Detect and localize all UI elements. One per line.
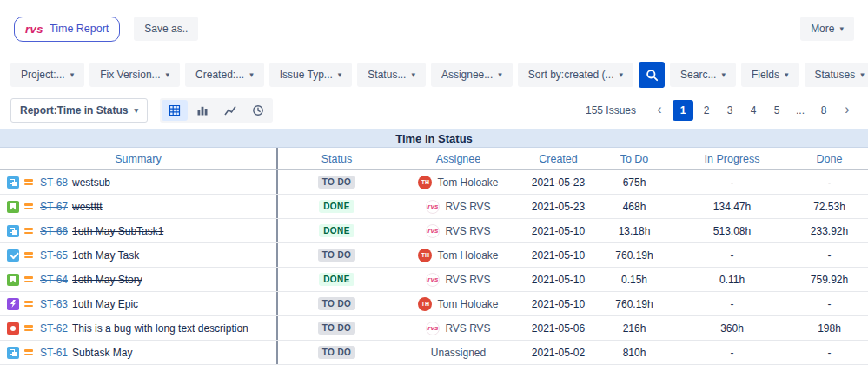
- assignee-name: RVS RVS: [445, 322, 490, 335]
- assignee-name: RVS RVS: [445, 225, 490, 237]
- created-value: 2021-05-10: [521, 249, 595, 262]
- more-button[interactable]: More ▾: [800, 17, 854, 41]
- column-header-todo[interactable]: To Do: [595, 153, 673, 165]
- summary-cell: ST-65 1oth May Task: [0, 243, 278, 267]
- report-type-dropdown[interactable]: Report:Time in Status ▾: [10, 98, 148, 123]
- issue-summary: 1oth May Epic: [72, 298, 138, 310]
- done-hours: -: [791, 176, 868, 189]
- issue-key-link[interactable]: ST-67: [40, 201, 68, 213]
- issue-key-link[interactable]: ST-63: [40, 298, 68, 310]
- todo-hours: 13.18h: [595, 225, 673, 237]
- pagination-prev-icon[interactable]: ‹: [649, 100, 670, 121]
- chevron-down-icon: ▾: [721, 71, 726, 79]
- table-row: ST-62 This is a bug with long text descr…: [0, 316, 868, 341]
- issue-key-link[interactable]: ST-61: [40, 347, 68, 359]
- pagination-page[interactable]: 1: [673, 100, 693, 121]
- todo-hours: 675h: [595, 176, 673, 189]
- table-row: ST-65 1oth May Task TO DO TH Tom Holoake…: [0, 243, 868, 268]
- filter-fix-version[interactable]: Fix Version...▾: [89, 63, 180, 87]
- assignee-avatar: rvs: [426, 200, 440, 214]
- column-header-assignee[interactable]: Assignee: [395, 153, 521, 165]
- issue-key-link[interactable]: ST-68: [40, 176, 68, 189]
- created-value: 2021-05-10: [521, 298, 595, 310]
- status-cell: TO DO: [278, 297, 395, 310]
- issue-key-link[interactable]: ST-62: [40, 322, 68, 335]
- issue-key-link[interactable]: ST-65: [40, 249, 68, 262]
- filter-status[interactable]: Status...▾: [357, 63, 426, 87]
- issue-summary: Subtask May: [72, 347, 132, 359]
- pagination-page[interactable]: 8: [813, 100, 834, 121]
- chevron-down-icon: ▾: [70, 71, 75, 79]
- time-report-button[interactable]: rvs Time Report: [14, 17, 120, 42]
- filter-created[interactable]: Created:...▾: [185, 63, 264, 87]
- filter-issue-type[interactable]: Issue Typ...▾: [269, 63, 353, 87]
- assignee-cell: TH Tom Holoake: [395, 297, 521, 311]
- issues-count: 155 Issues: [586, 104, 636, 116]
- in-progress-hours: -: [673, 347, 791, 359]
- clock-icon: [252, 104, 264, 116]
- pagination-page[interactable]: 3: [719, 100, 740, 121]
- created-value: 2021-05-23: [521, 176, 595, 189]
- line-chart-view-button[interactable]: [217, 100, 243, 121]
- assignee-name: Tom Holoake: [437, 298, 498, 310]
- summary-cell: ST-67 westttt: [0, 195, 278, 218]
- column-header-in-progress[interactable]: In Progress: [673, 153, 791, 165]
- bar-chart-view-button[interactable]: [189, 100, 215, 121]
- column-header-summary[interactable]: Summary: [0, 148, 278, 169]
- save-as-button[interactable]: Save as..: [134, 17, 198, 41]
- table-view-button[interactable]: [162, 100, 188, 121]
- assignee-name: RVS RVS: [445, 201, 490, 213]
- assignee-cell: TH Tom Holoake: [395, 249, 521, 262]
- issue-summary: westsub: [72, 176, 110, 189]
- priority-medium-icon: [23, 275, 34, 285]
- status-badge: TO DO: [318, 297, 355, 310]
- priority-medium-icon: [23, 177, 34, 188]
- done-hours: 198h: [791, 322, 868, 335]
- status-cell: TO DO: [278, 176, 395, 189]
- todo-hours: 0.15h: [595, 274, 673, 286]
- column-header-created[interactable]: Created: [521, 153, 595, 165]
- pagination-page[interactable]: 4: [743, 100, 764, 121]
- filter-project[interactable]: Project:...▾: [10, 63, 84, 87]
- assignee-cell: TH Tom Holoake: [395, 176, 521, 189]
- assignee-avatar: TH: [418, 176, 432, 189]
- search-button[interactable]: [639, 62, 665, 88]
- issue-type-icon: [7, 322, 19, 335]
- line-chart-icon: [224, 104, 236, 116]
- pagination-next-icon[interactable]: ›: [837, 100, 858, 121]
- assignee-cell: rvs RVS RVS: [395, 200, 521, 214]
- status-badge: DONE: [319, 224, 354, 237]
- table-row: ST-68 westsub TO DO TH Tom Holoake 2021-…: [0, 170, 868, 195]
- pagination-page[interactable]: 5: [766, 100, 787, 121]
- assignee-avatar: rvs: [426, 224, 440, 238]
- issue-summary: 1oth May Task: [72, 249, 139, 262]
- assignee-cell: Unassigned: [395, 347, 521, 359]
- done-hours: -: [791, 298, 868, 310]
- assignee-name: RVS RVS: [445, 274, 490, 286]
- status-badge: TO DO: [318, 322, 355, 335]
- column-header-done[interactable]: Done: [791, 153, 868, 165]
- filter-sort-by[interactable]: Sort by:created (...▾: [518, 63, 633, 87]
- statuses-dropdown[interactable]: Statuses▾: [805, 63, 868, 87]
- fields-dropdown[interactable]: Fields▾: [741, 63, 799, 87]
- assignee-name: Tom Holoake: [437, 249, 498, 262]
- table-row: ST-61 Subtask May TO DO Unassigned 2021-…: [0, 341, 868, 365]
- issue-key-link[interactable]: ST-64: [40, 274, 68, 286]
- summary-cell: ST-61 Subtask May: [0, 341, 278, 364]
- issue-key-link[interactable]: ST-66: [40, 225, 68, 237]
- filter-search-saved[interactable]: Searc...▾: [670, 63, 736, 87]
- time-view-button[interactable]: [245, 100, 271, 121]
- status-badge: TO DO: [318, 249, 355, 262]
- pagination-page[interactable]: 2: [696, 100, 717, 121]
- priority-medium-icon: [23, 226, 34, 236]
- created-value: 2021-05-23: [521, 201, 595, 213]
- filter-assignee[interactable]: Assignee...▾: [431, 63, 513, 87]
- issue-type-icon: [7, 176, 19, 189]
- priority-medium-icon: [23, 202, 34, 212]
- chevron-down-icon: ▾: [166, 71, 170, 79]
- report-band-title: Time in Status: [0, 129, 868, 148]
- column-header-status[interactable]: Status: [278, 153, 395, 165]
- issue-type-icon: [7, 201, 19, 213]
- status-badge: TO DO: [318, 346, 355, 359]
- assignee-name: Tom Holoake: [437, 176, 498, 189]
